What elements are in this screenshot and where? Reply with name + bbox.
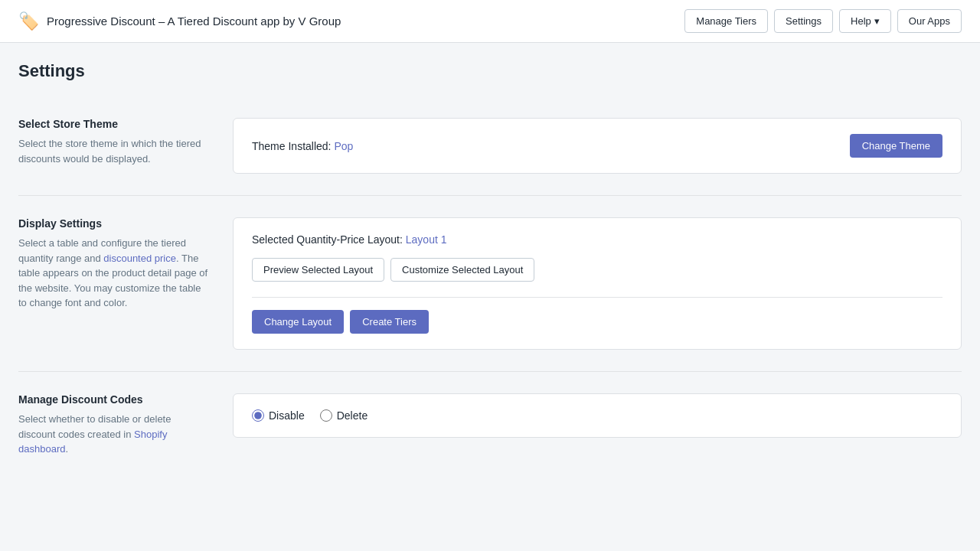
divider bbox=[252, 297, 942, 298]
display-section-desc: Select a table and configure the tiered … bbox=[18, 236, 208, 311]
manage-tiers-button[interactable]: Manage Tiers bbox=[684, 9, 768, 33]
help-button[interactable]: Help ▾ bbox=[839, 9, 891, 33]
theme-installed-label: Theme Installed: Pop bbox=[252, 140, 353, 152]
change-theme-button[interactable]: Change Theme bbox=[850, 134, 942, 158]
settings-button[interactable]: Settings bbox=[774, 9, 833, 33]
header-right: Manage Tiers Settings Help ▾ Our Apps bbox=[684, 9, 962, 33]
discount-card: Disable Delete bbox=[233, 393, 962, 438]
disable-radio[interactable] bbox=[252, 409, 264, 422]
action-buttons-row: Change Layout Create Tiers bbox=[252, 310, 942, 334]
theme-section: Select Store Theme Select the store them… bbox=[18, 96, 962, 196]
page-title: Settings bbox=[18, 61, 962, 81]
delete-label: Delete bbox=[337, 409, 368, 422]
radio-row: Disable Delete bbox=[252, 409, 942, 422]
header-left: 🏷️ Progressive Discount – A Tiered Disco… bbox=[18, 11, 341, 31]
our-apps-button[interactable]: Our Apps bbox=[897, 9, 962, 33]
delete-option[interactable]: Delete bbox=[320, 409, 368, 422]
main-content: Settings Select Store Theme Select the s… bbox=[0, 43, 980, 497]
delete-radio[interactable] bbox=[320, 409, 332, 422]
chevron-down-icon: ▾ bbox=[874, 15, 880, 27]
display-section: Display Settings Select a table and conf… bbox=[18, 196, 962, 372]
display-section-title: Display Settings bbox=[18, 217, 208, 230]
customize-layout-button[interactable]: Customize Selected Layout bbox=[390, 258, 534, 282]
disable-label: Disable bbox=[269, 409, 305, 422]
theme-section-right: Theme Installed: Pop Change Theme bbox=[233, 118, 962, 174]
app-title: Progressive Discount – A Tiered Discount… bbox=[47, 15, 341, 28]
app-icon: 🏷️ bbox=[18, 11, 39, 31]
layout-name: Layout 1 bbox=[406, 233, 447, 246]
theme-installed-text: Theme Installed: bbox=[252, 140, 332, 152]
theme-section-desc: Select the store theme in which the tier… bbox=[18, 136, 208, 166]
layout-label: Selected Quantity-Price Layout: Layout 1 bbox=[252, 233, 942, 246]
layout-label-text: Selected Quantity-Price Layout: bbox=[252, 233, 403, 246]
theme-card: Theme Installed: Pop Change Theme bbox=[233, 118, 962, 174]
change-layout-button[interactable]: Change Layout bbox=[252, 310, 344, 334]
discount-section-title: Manage Discount Codes bbox=[18, 393, 208, 406]
display-section-right: Selected Quantity-Price Layout: Layout 1… bbox=[233, 217, 962, 350]
layout-buttons-row: Preview Selected Layout Customize Select… bbox=[252, 258, 942, 282]
theme-section-title: Select Store Theme bbox=[18, 118, 208, 130]
discount-section-right: Disable Delete bbox=[233, 393, 962, 438]
display-section-left: Display Settings Select a table and conf… bbox=[18, 217, 233, 311]
theme-section-left: Select Store Theme Select the store them… bbox=[18, 118, 233, 166]
create-tiers-button[interactable]: Create Tiers bbox=[350, 310, 429, 334]
help-label: Help bbox=[851, 15, 871, 27]
display-card: Selected Quantity-Price Layout: Layout 1… bbox=[233, 217, 962, 350]
discount-section-desc: Select whether to disable or delete disc… bbox=[18, 412, 208, 457]
discount-section: Manage Discount Codes Select whether to … bbox=[18, 372, 962, 478]
header: 🏷️ Progressive Discount – A Tiered Disco… bbox=[0, 0, 980, 43]
disable-option[interactable]: Disable bbox=[252, 409, 305, 422]
theme-installed-value: Pop bbox=[334, 140, 353, 152]
theme-row: Theme Installed: Pop Change Theme bbox=[252, 134, 942, 158]
discount-section-left: Manage Discount Codes Select whether to … bbox=[18, 393, 233, 457]
preview-layout-button[interactable]: Preview Selected Layout bbox=[252, 258, 384, 282]
